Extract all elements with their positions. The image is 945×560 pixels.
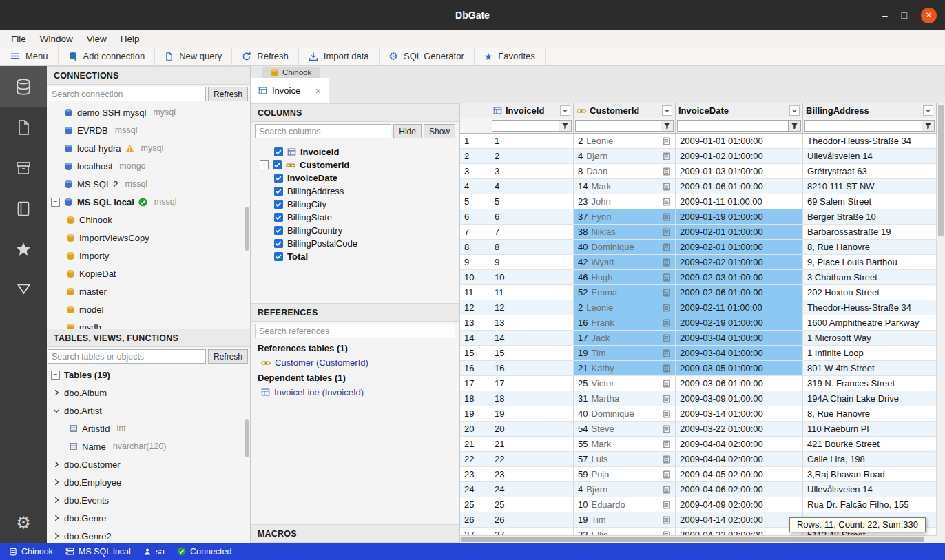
row-number[interactable]: 6 bbox=[460, 209, 490, 224]
status-chinook[interactable]: Chinook bbox=[3, 547, 59, 557]
cell-customerid[interactable]: 4Bjørn bbox=[574, 482, 676, 497]
column-toggle-billingpostalcode[interactable]: BillingPostalCode bbox=[251, 237, 459, 250]
database-importy[interactable]: Importy bbox=[47, 247, 250, 265]
menu-file[interactable]: File bbox=[4, 32, 33, 45]
cell-invoiceid[interactable]: 7 bbox=[490, 225, 574, 239]
checkbox-checked-icon[interactable] bbox=[274, 252, 283, 261]
column-header-customerid[interactable]: CustomerId bbox=[574, 103, 676, 118]
column-toggle-billingstate[interactable]: BillingState bbox=[251, 211, 459, 224]
column-artistid[interactable]: ArtistIdint bbox=[47, 419, 250, 437]
cell-invoiceid[interactable]: 1 bbox=[490, 134, 574, 148]
cell-invoiceid[interactable]: 27 bbox=[490, 528, 574, 535]
cell-invoicedate[interactable]: 2009-03-04 01:00:00 bbox=[676, 346, 803, 360]
toolbar-add-connection-button[interactable]: Add connection bbox=[59, 47, 156, 65]
cell-invoicedate[interactable]: 2009-03-05 01:00:00 bbox=[676, 361, 803, 375]
cell-invoicedate[interactable]: 2009-01-03 01:00:00 bbox=[676, 164, 803, 178]
checkbox-checked-icon[interactable] bbox=[274, 187, 283, 196]
cell-billingaddress[interactable]: 319 N. Frances Street bbox=[803, 376, 937, 391]
cell-customerid[interactable]: 37Fynn bbox=[574, 209, 676, 224]
cell-customerid[interactable]: 2Leonie bbox=[574, 300, 676, 315]
chevron-right-icon[interactable] bbox=[53, 389, 60, 396]
chevron-right-icon[interactable] bbox=[53, 532, 60, 539]
cell-invoicedate[interactable]: 2009-01-19 01:00:00 bbox=[676, 209, 803, 224]
open-reference-icon[interactable] bbox=[663, 167, 671, 176]
toolbar-menu-button[interactable]: Menu bbox=[0, 47, 59, 65]
cell-invoicedate[interactable]: 2009-03-09 01:00:00 bbox=[676, 391, 803, 406]
cell-billingaddress[interactable]: Grétrystraat 63 bbox=[803, 164, 937, 178]
open-reference-icon[interactable] bbox=[663, 395, 671, 403]
cell-customerid[interactable]: 38Niklas bbox=[574, 225, 676, 239]
cell-invoiceid[interactable]: 6 bbox=[490, 209, 574, 224]
row-number[interactable]: 10 bbox=[460, 270, 490, 284]
row-number[interactable]: 7 bbox=[460, 225, 490, 239]
cell-invoiceid[interactable]: 22 bbox=[490, 452, 574, 466]
column-header-invoicedate[interactable]: InvoiceDate bbox=[676, 103, 803, 118]
row-number[interactable]: 12 bbox=[460, 300, 490, 315]
filter-funnel-button[interactable] bbox=[922, 120, 935, 132]
column-dropdown-icon[interactable] bbox=[923, 105, 933, 116]
cell-invoiceid[interactable]: 16 bbox=[490, 361, 574, 375]
reference-invoiceline-invoiceid[interactable]: InvoiceLine (InvoiceId) bbox=[251, 385, 459, 400]
cell-customerid[interactable]: 52Emma bbox=[574, 285, 676, 300]
close-button[interactable]: ✕ bbox=[921, 8, 937, 23]
cell-customerid[interactable]: 46Hugh bbox=[574, 270, 676, 284]
row-number[interactable]: 19 bbox=[460, 406, 490, 421]
row-number[interactable]: 2 bbox=[460, 149, 490, 163]
column-dropdown-icon[interactable] bbox=[789, 105, 800, 116]
rail-filters-button[interactable] bbox=[0, 269, 47, 310]
open-reference-icon[interactable] bbox=[663, 470, 671, 479]
table-dbo-events[interactable]: dbo.Events bbox=[47, 491, 250, 509]
cell-customerid[interactable]: 31Martha bbox=[574, 391, 676, 406]
row-number[interactable]: 5 bbox=[460, 194, 490, 209]
row-number[interactable]: 25 bbox=[460, 497, 490, 512]
column-toggle-invoicedate[interactable]: InvoiceDate bbox=[251, 172, 459, 185]
cell-customerid[interactable]: 19Tim bbox=[574, 512, 676, 527]
cell-invoiceid[interactable]: 15 bbox=[490, 346, 574, 360]
open-reference-icon[interactable] bbox=[663, 380, 671, 388]
row-number[interactable]: 16 bbox=[460, 361, 490, 375]
minimize-button[interactable]: – bbox=[882, 10, 888, 21]
row-number[interactable]: 15 bbox=[460, 346, 490, 360]
row-number[interactable]: 14 bbox=[460, 331, 490, 345]
row-number[interactable]: 27 bbox=[460, 528, 490, 535]
row-number[interactable]: 21 bbox=[460, 437, 490, 451]
cell-customerid[interactable]: 17Jack bbox=[574, 331, 676, 345]
chevron-down-icon[interactable] bbox=[53, 407, 60, 414]
connection-localhost[interactable]: localhostmongo bbox=[47, 157, 250, 175]
cell-invoicedate[interactable]: 2009-01-11 01:00:00 bbox=[676, 194, 803, 209]
cell-invoiceid[interactable]: 8 bbox=[490, 240, 574, 254]
cell-invoicedate[interactable]: 2009-04-04 02:00:00 bbox=[676, 437, 803, 451]
search-columns-input[interactable] bbox=[255, 124, 391, 138]
toolbar-import-data-button[interactable]: Import data bbox=[299, 47, 380, 65]
row-number[interactable]: 24 bbox=[460, 482, 490, 497]
cell-invoicedate[interactable]: 2009-03-22 01:00:00 bbox=[676, 422, 803, 436]
horizontal-scrollbar[interactable] bbox=[460, 535, 937, 543]
macros-header[interactable]: MACROS bbox=[251, 524, 459, 543]
column-toggle-billingaddress[interactable]: BillingAddress bbox=[251, 185, 459, 198]
cell-billingaddress[interactable]: Theodor-Heuss-Straße 34 bbox=[803, 300, 937, 315]
open-reference-icon[interactable] bbox=[663, 183, 671, 191]
cell-invoiceid[interactable]: 5 bbox=[490, 194, 574, 209]
cell-customerid[interactable]: 40Dominique bbox=[574, 240, 676, 254]
cell-invoicedate[interactable]: 2009-04-09 02:00:00 bbox=[676, 497, 803, 512]
open-reference-icon[interactable] bbox=[663, 198, 671, 206]
rail-favorites-button[interactable] bbox=[0, 229, 47, 269]
checkbox-checked-icon[interactable] bbox=[273, 160, 282, 169]
tables-refresh-button[interactable]: Refresh bbox=[208, 349, 248, 364]
row-number[interactable]: 17 bbox=[460, 376, 490, 391]
cell-invoicedate[interactable]: 2009-03-14 01:00:00 bbox=[676, 406, 803, 421]
database-model[interactable]: model bbox=[47, 300, 250, 318]
column-toggle-invoiceid[interactable]: InvoiceId bbox=[251, 145, 459, 158]
status-ms-sql-local[interactable]: MS SQL local bbox=[59, 547, 137, 557]
cell-customerid[interactable]: 19Tim bbox=[574, 346, 676, 360]
cell-billingaddress[interactable]: 3 Chatham Street bbox=[803, 270, 937, 284]
table-dbo-album[interactable]: dbo.Album bbox=[47, 384, 250, 402]
cell-invoiceid[interactable]: 18 bbox=[490, 391, 574, 406]
cell-customerid[interactable]: 2Leonie bbox=[574, 134, 676, 148]
cell-invoiceid[interactable]: 9 bbox=[490, 255, 574, 269]
cell-customerid[interactable]: 42Wyatt bbox=[574, 255, 676, 269]
cell-invoicedate[interactable]: 2009-02-11 01:00:00 bbox=[676, 300, 803, 315]
cell-billingaddress[interactable]: 421 Bourke Street bbox=[803, 437, 937, 451]
cell-customerid[interactable]: 8Daan bbox=[574, 164, 676, 178]
tables-scrollbar[interactable] bbox=[245, 419, 249, 457]
